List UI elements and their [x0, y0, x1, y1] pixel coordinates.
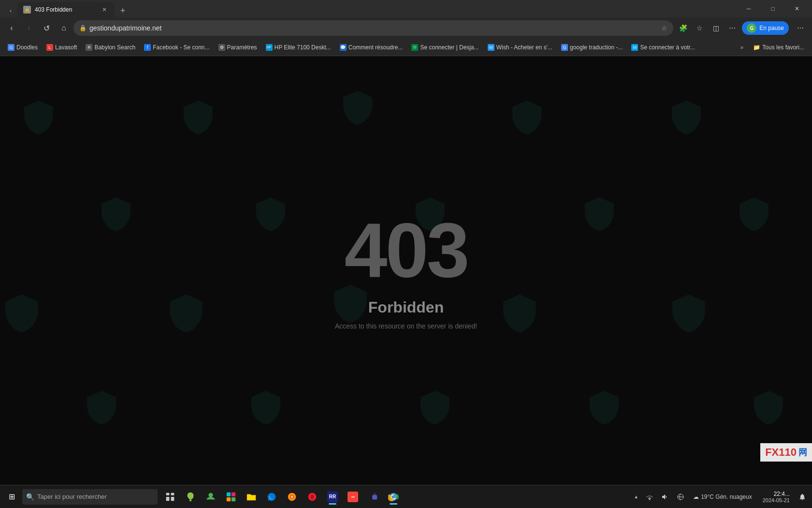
address-bar-input[interactable] [89, 24, 658, 32]
bookmark-ms-connect-icon: M [631, 44, 638, 51]
weather-text: 19°C Gén. nuageux [701, 493, 752, 500]
tray-expand-button[interactable]: ▲ [631, 490, 641, 504]
bookmark-ms-connect[interactable]: M Se connecter à votr... [627, 41, 698, 54]
forward-button[interactable]: › [21, 20, 37, 36]
taskbar: ⊞ 🔍 Taper ici pour rechercher [0, 485, 812, 508]
close-window-button[interactable]: ✕ [786, 1, 808, 16]
window-controls: ─ □ ✕ [738, 1, 808, 16]
tab-scroll-left[interactable]: ‹ [6, 4, 15, 17]
profile-label: En pause [759, 25, 784, 31]
bookmark-facebook-label: Facebook - Se conn... [153, 44, 209, 51]
taskbar-search-icon: 🔍 [26, 493, 34, 501]
taskbar-icon-drinks[interactable] [181, 487, 200, 507]
bookmark-parametres-icon: ⚙ [218, 44, 225, 51]
bookmark-facebook-icon: f [144, 44, 151, 51]
bookmark-lavasoft-label: Lavasoft [55, 44, 77, 51]
bookmark-comment-label: Comment résoudre... [348, 44, 403, 51]
bookmark-ms-connect-label: Se connecter à votr... [640, 44, 695, 51]
taskbar-search-box[interactable]: 🔍 Taper ici pour rechercher [22, 489, 158, 505]
tray-speaker-icon[interactable] [658, 490, 672, 504]
bookmark-parametres-label: Paramètres [227, 44, 257, 51]
bookmark-comment-icon: 💬 [340, 44, 347, 51]
home-button[interactable]: ⌂ [56, 20, 72, 36]
svg-rect-8 [227, 497, 231, 501]
taskbar-icon-widget[interactable] [221, 487, 241, 507]
bookmark-wish-label: Wish - Acheter en s'... [496, 44, 552, 51]
back-button[interactable]: ‹ [4, 20, 19, 36]
tray-globe-icon[interactable] [674, 490, 687, 504]
error-container: 403 Forbidden Access to this resource on… [335, 211, 477, 330]
bookmark-comment[interactable]: 💬 Comment résoudre... [336, 41, 407, 54]
taskbar-search-text: Taper ici pour rechercher [37, 493, 107, 500]
svg-point-14 [310, 494, 314, 499]
tray-network-icon[interactable] [643, 490, 656, 504]
favorites-button[interactable]: ☆ [692, 20, 707, 36]
bookmark-lavasoft[interactable]: L Lavasoft [43, 41, 81, 54]
bookmark-folder[interactable]: 📁 Tous les favori... [749, 41, 808, 54]
watermark-net: 网 [798, 447, 807, 458]
taskbar-icon-green[interactable] [201, 487, 220, 507]
bookmark-wish-icon: W [488, 44, 494, 51]
taskbar-icon-explorer[interactable] [242, 487, 261, 507]
error-title: Forbidden [335, 299, 477, 316]
notification-button[interactable] [795, 490, 810, 504]
navigation-bar: ‹ › ↺ ⌂ 🔒 ☆ 🧩 ☆ ◫ ⋯ G En pause ⋯ [0, 17, 812, 39]
address-bar-star-icon: ☆ [661, 24, 667, 32]
svg-rect-2 [166, 497, 170, 501]
weather-area[interactable]: ☁ 19°C Gén. nuageux [689, 493, 756, 500]
bookmark-desjardins-icon: D [411, 44, 418, 51]
bookmark-parametres[interactable]: ⚙ Paramètres [215, 41, 261, 54]
bookmark-wish[interactable]: W Wish - Acheter en s'... [484, 41, 556, 54]
svg-point-12 [291, 496, 293, 498]
extensions-button[interactable]: 🧩 [675, 20, 691, 36]
bookmark-google-traduction-label: google traduction -... [570, 44, 623, 51]
bookmark-desjardins[interactable]: D Se connecter | Desja... [407, 41, 482, 54]
error-message: Access to this resource on the server is… [335, 322, 477, 330]
address-bar-container[interactable]: 🔒 ☆ [73, 20, 673, 36]
bookmark-google-traduction[interactable]: G google traduction -... [557, 41, 626, 54]
taskbar-icon-firefox[interactable] [282, 487, 302, 507]
watermark: FX110 网 [760, 443, 812, 462]
maximize-button[interactable]: □ [762, 1, 784, 16]
collections-button[interactable]: ◫ [708, 20, 724, 36]
bookmarks-more-button[interactable]: » [738, 41, 747, 54]
taskbar-app-icons: RR − [160, 487, 403, 507]
start-button[interactable]: ⊞ [2, 487, 21, 507]
browser-menu-button[interactable]: ⋯ [793, 20, 808, 36]
taskview-button[interactable] [160, 487, 180, 507]
bookmark-babylon-icon: B [86, 44, 92, 51]
profile-button[interactable]: G En pause [742, 21, 789, 35]
new-tab-button[interactable]: + [116, 4, 130, 17]
tab-strip: ‹ 🔒 403 Forbidden ✕ + [4, 0, 734, 17]
svg-rect-6 [227, 492, 231, 496]
taskbar-clock[interactable]: 22:4... 2024-05-21 [759, 491, 794, 503]
bookmark-doodles[interactable]: G Doodles [4, 41, 42, 54]
page-content: 403 Forbidden Access to this resource on… [0, 56, 812, 485]
tab-favicon: 🔒 [23, 6, 31, 14]
active-tab[interactable]: 🔒 403 Forbidden ✕ [17, 2, 114, 17]
taskbar-icon-chrome[interactable] [384, 487, 403, 507]
bookmark-folder-label: Tous les favori... [762, 44, 804, 51]
taskbar-icon-edge[interactable] [262, 487, 281, 507]
bookmark-facebook[interactable]: f Facebook - Se conn... [140, 41, 213, 54]
taskbar-icon-opera[interactable] [303, 487, 322, 507]
taskbar-icon-rr[interactable]: RR [323, 487, 342, 507]
watermark-fx110: FX110 [765, 446, 797, 459]
tab-close-button[interactable]: ✕ [101, 6, 108, 14]
taskbar-icon-minus[interactable]: − [343, 487, 362, 507]
nav-actions: 🧩 ☆ ◫ ⋯ [675, 20, 740, 36]
svg-point-17 [392, 495, 395, 498]
weather-icon: ☁ [693, 493, 699, 500]
clock-date: 2024-05-21 [763, 497, 790, 503]
tab-scroll: ‹ [6, 4, 15, 17]
minimize-button[interactable]: ─ [738, 1, 760, 16]
bookmark-babylon[interactable]: B Babylon Search [82, 41, 139, 54]
svg-rect-0 [166, 493, 170, 495]
more-tools-button[interactable]: ⋯ [725, 20, 740, 36]
bookmark-lavasoft-icon: L [46, 44, 53, 51]
folder-icon: 📁 [753, 44, 760, 51]
taskbar-icon-teams[interactable] [363, 487, 383, 507]
bookmark-hp[interactable]: HP HP Elite 7100 Deskt... [262, 41, 335, 54]
reload-button[interactable]: ↺ [39, 20, 54, 36]
bookmark-doodles-icon: G [8, 44, 14, 51]
